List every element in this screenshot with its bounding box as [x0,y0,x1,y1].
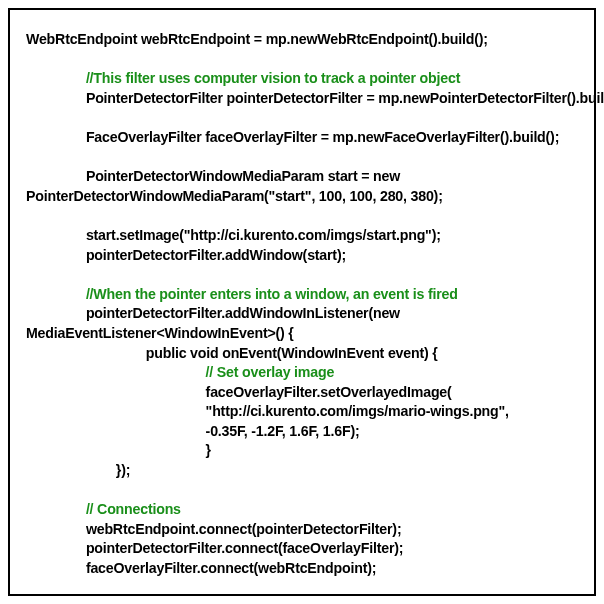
code-line-27: faceOverlayFilter.connect(webRtcEndpoint… [86,560,376,576]
code-content: WebRtcEndpoint webRtcEndpoint = mp.newWe… [26,30,578,579]
code-line-13: //When the pointer enters into a window,… [86,286,458,302]
code-line-7: PointerDetectorWindowMediaParam start = … [86,168,400,184]
code-line-16: public void onEvent(WindowInEvent event)… [146,345,438,361]
code-line-9 [26,207,30,223]
code-line-0: WebRtcEndpoint webRtcEndpoint = mp.newWe… [26,31,488,47]
code-line-4 [26,109,30,125]
code-line-26: pointerDetectorFilter.connect(faceOverla… [86,540,403,556]
code-line-5: FaceOverlayFilter faceOverlayFilter = mp… [86,129,559,145]
code-line-10: start.setImage("http://ci.kurento.com/im… [86,227,441,243]
code-line-22: }); [116,462,130,478]
code-line-20: -0.35F, -1.2F, 1.6F, 1.6F); [206,423,360,439]
code-line-3: PointerDetectorFilter pointerDetectorFil… [86,90,604,106]
code-line-12 [26,266,30,282]
code-line-11: pointerDetectorFilter.addWindow(start); [86,247,346,263]
code-line-24: // Connections [86,501,181,517]
code-line-8: PointerDetectorWindowMediaParam("start",… [26,188,443,204]
code-line-18: faceOverlayFilter.setOverlayedImage( [206,384,452,400]
code-line-21: } [206,442,211,458]
code-line-15: MediaEventListener<WindowInEvent>() { [26,325,294,341]
code-line-6 [26,149,30,165]
code-line-1 [26,51,30,67]
code-line-23 [26,482,30,498]
code-line-2: //This filter uses computer vision to tr… [86,70,460,86]
code-block-container: WebRtcEndpoint webRtcEndpoint = mp.newWe… [8,8,596,596]
code-line-17: // Set overlay image [206,364,334,380]
code-line-19: "http://ci.kurento.com/imgs/mario-wings.… [206,403,509,419]
code-line-14: pointerDetectorFilter.addWindowInListene… [86,305,400,321]
code-line-25: webRtcEndpoint.connect(pointerDetectorFi… [86,521,402,537]
